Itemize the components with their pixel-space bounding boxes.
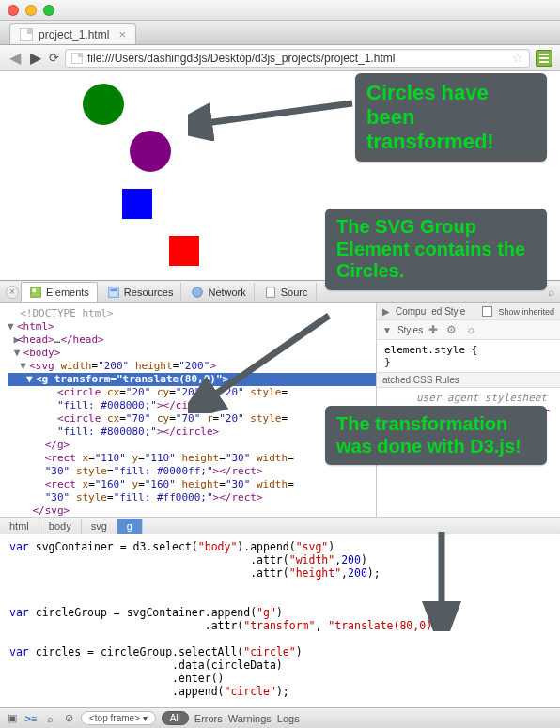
window-minimize-button[interactable] <box>25 5 37 16</box>
console[interactable]: var svgContainer = d3.select("body").app… <box>0 534 560 707</box>
annotation-mid: The SVG Group Element contains the Circl… <box>325 209 547 290</box>
show-inherited-checkbox[interactable] <box>482 306 492 317</box>
purple-circle <box>130 131 171 172</box>
console-toggle-icon[interactable]: >≡ <box>24 712 38 725</box>
dom-circle2[interactable]: <circle cx="70" cy="70" r="20" style= <box>8 412 376 426</box>
devtools-tab-network[interactable]: Network <box>183 283 254 302</box>
devtools-tab-resources[interactable]: Resources <box>100 283 182 302</box>
arrow-top <box>188 94 362 141</box>
svg-rect-6 <box>110 288 117 291</box>
reload-button[interactable]: ⟳ <box>49 51 59 65</box>
annotation-top: Circles have been transformed! <box>355 73 547 162</box>
browser-tabstrip: project_1.html × <box>0 21 560 45</box>
devtools-close-button[interactable]: × <box>6 286 19 299</box>
resources-icon <box>107 286 120 299</box>
dom-rect1b[interactable]: "30" style="fill: #0000ff;"></rect> <box>8 465 376 478</box>
tab-title: project_1.html <box>39 28 109 41</box>
window-zoom-button[interactable] <box>43 5 54 16</box>
crumb-g[interactable]: g <box>117 519 143 534</box>
dom-rect2[interactable]: <rect x="160" y="160" height="30" width= <box>8 478 376 491</box>
filter-logs[interactable]: Logs <box>277 713 300 724</box>
matched-rules-header: atched CSS Rules <box>377 372 560 388</box>
dock-icon[interactable]: ▣ <box>6 712 19 725</box>
file-icon <box>20 28 33 41</box>
network-icon <box>191 286 204 299</box>
svg-point-7 <box>193 287 203 297</box>
arrow-bottom <box>413 528 470 631</box>
devtools-search-icon[interactable]: ⌕ <box>548 286 554 299</box>
frame-selector[interactable]: <top frame> ▾ <box>81 711 156 725</box>
clear-icon[interactable]: ⊘ <box>62 712 75 725</box>
dom-circle2b[interactable]: "fill: #800080;"></circle> <box>8 426 376 439</box>
filter-errors[interactable]: Errors <box>194 713 223 724</box>
svg-rect-5 <box>109 287 119 297</box>
chrome-menu-button[interactable] <box>536 50 552 67</box>
element-style-block[interactable]: element.style { } <box>377 340 560 372</box>
devtools-tab-sources[interactable]: Sourc <box>257 283 317 302</box>
back-button[interactable]: ◀ <box>8 49 23 67</box>
tab-close-icon[interactable]: × <box>118 27 126 41</box>
dom-g-close[interactable]: </g> <box>8 439 376 452</box>
crumb-body[interactable]: body <box>39 519 82 534</box>
sources-icon <box>264 286 277 299</box>
green-circle <box>83 84 124 125</box>
red-square <box>169 236 199 266</box>
window-close-button[interactable] <box>8 5 19 16</box>
arrow-mid <box>188 310 338 413</box>
crumb-html[interactable]: html <box>0 519 39 534</box>
styles-section-header: ▼Styles ✚ ⚙ ☼ <box>377 320 560 340</box>
browser-toolbar: ◀ ▶ ⟳ file:///Users/dashingd3js/Desktop/… <box>0 45 560 71</box>
url-text: file:///Users/dashingd3js/Desktop/d3js_p… <box>87 52 396 65</box>
computed-style-header[interactable]: ▶ Compued Style Show inherited <box>377 303 560 320</box>
page-icon <box>71 53 83 64</box>
blue-square <box>122 189 152 219</box>
svg-rect-4 <box>33 289 37 293</box>
devtools-footer: ▣ >≡ ⌕ ⊘ <top frame> ▾ All Errors Warnin… <box>0 707 560 728</box>
filter-all[interactable]: All <box>162 711 189 725</box>
dom-rect1[interactable]: <rect x="110" y="110" height="30" width= <box>8 452 376 465</box>
dom-svg-close[interactable]: </svg> <box>8 504 376 517</box>
crumb-svg[interactable]: svg <box>82 519 117 534</box>
annotation-bottom: The transformation was done with D3.js! <box>325 406 547 465</box>
dom-rect2b[interactable]: "30" style="fill: #ff0000;"></rect> <box>8 491 376 504</box>
svg-line-1 <box>207 316 329 400</box>
svg-line-0 <box>199 103 352 124</box>
bookmark-star-icon[interactable]: ☆ <box>512 51 523 65</box>
elements-icon <box>29 286 42 299</box>
filter-warnings[interactable]: Warnings <box>228 713 272 724</box>
devtools-tab-elements[interactable]: Elements <box>21 282 98 302</box>
forward-button[interactable]: ▶ <box>28 49 43 67</box>
svg-rect-8 <box>266 287 274 297</box>
search-icon[interactable]: ⌕ <box>43 712 56 725</box>
window-titlebar <box>0 0 560 21</box>
dom-breadcrumb[interactable]: html body svg g <box>0 517 560 534</box>
browser-tab[interactable]: project_1.html × <box>9 23 136 44</box>
address-bar[interactable]: file:///Users/dashingd3js/Desktop/d3js_p… <box>65 49 530 68</box>
